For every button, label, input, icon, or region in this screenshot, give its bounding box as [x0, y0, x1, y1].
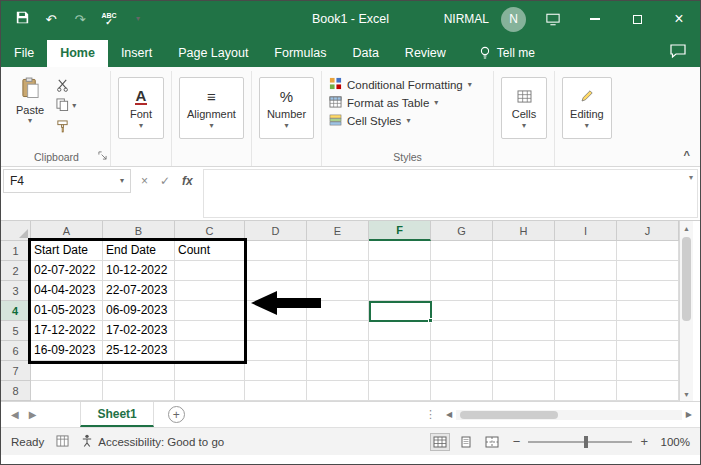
close-button[interactable]: ×	[664, 4, 694, 34]
sheet-tab-sheet1[interactable]: Sheet1	[80, 402, 153, 427]
cell[interactable]	[175, 381, 245, 401]
zoom-in-icon[interactable]: +	[640, 434, 648, 449]
cell[interactable]	[431, 261, 493, 281]
cell[interactable]	[493, 261, 555, 281]
cell[interactable]	[103, 381, 175, 401]
cell[interactable]	[555, 341, 617, 361]
cell-b5[interactable]: 17-02-2023	[103, 321, 175, 341]
cell[interactable]	[31, 381, 103, 401]
cell[interactable]	[431, 361, 493, 381]
page-break-view-icon[interactable]	[483, 434, 501, 450]
cell[interactable]	[307, 321, 369, 341]
cell-a1[interactable]: Start Date	[31, 241, 103, 261]
column-header-e[interactable]: E	[307, 221, 369, 241]
cell[interactable]	[369, 381, 431, 401]
cancel-icon[interactable]: ×	[141, 174, 148, 188]
cell[interactable]	[555, 361, 617, 381]
conditional-formatting-button[interactable]: Conditional Formatting ▾	[329, 77, 472, 92]
row-header-2[interactable]: 2	[1, 261, 31, 281]
name-box-dropdown-icon[interactable]: ▾	[120, 178, 124, 184]
row-header-7[interactable]: 7	[1, 361, 31, 381]
cell[interactable]	[493, 301, 555, 321]
column-header-c[interactable]: C	[175, 221, 245, 241]
minimize-button[interactable]	[580, 4, 610, 34]
cell-a2[interactable]: 02-07-2022	[31, 261, 103, 281]
column-header-b[interactable]: B	[103, 221, 175, 241]
normal-view-icon[interactable]	[431, 434, 449, 450]
cell[interactable]	[493, 381, 555, 401]
cell[interactable]	[617, 281, 679, 301]
formula-bar-expand-icon[interactable]: ▾	[689, 175, 693, 181]
cell-c3[interactable]	[175, 281, 245, 301]
ribbon-display-options-icon[interactable]	[538, 4, 568, 34]
column-header-a[interactable]: A	[31, 221, 103, 241]
clipboard-dialog-launcher-icon[interactable]	[98, 149, 107, 163]
horizontal-scroll-track[interactable]	[456, 410, 682, 420]
cell[interactable]	[431, 381, 493, 401]
zoom-slider[interactable]	[528, 441, 632, 443]
feedback-comment-icon[interactable]	[670, 44, 686, 67]
format-painter-icon[interactable]	[56, 120, 76, 133]
cell[interactable]	[369, 361, 431, 381]
cell[interactable]	[369, 321, 431, 341]
insert-function-icon[interactable]: fx	[182, 174, 193, 188]
cell[interactable]	[431, 321, 493, 341]
cell-b2[interactable]: 10-12-2022	[103, 261, 175, 281]
cell[interactable]	[245, 381, 307, 401]
vertical-scroll-thumb[interactable]	[682, 237, 691, 321]
cell[interactable]	[555, 381, 617, 401]
cell-styles-button[interactable]: Cell Styles ▾	[329, 114, 472, 128]
qat-customize-icon[interactable]: ▾	[129, 16, 147, 22]
column-header-f[interactable]: F	[369, 221, 431, 241]
cell[interactable]	[103, 361, 175, 381]
cell[interactable]	[617, 381, 679, 401]
cell[interactable]	[617, 301, 679, 321]
scroll-down-icon[interactable]: ▼	[683, 387, 690, 401]
sheet-nav-prev-icon[interactable]: ◀	[11, 409, 19, 420]
cell[interactable]	[555, 321, 617, 341]
vertical-scrollbar[interactable]: ▲ ▼	[679, 221, 693, 401]
cell[interactable]	[555, 241, 617, 261]
save-icon[interactable]	[13, 11, 31, 27]
cell[interactable]	[369, 261, 431, 281]
cell[interactable]	[307, 381, 369, 401]
formula-input[interactable]	[204, 170, 697, 192]
cell[interactable]	[431, 281, 493, 301]
splitter-dots-icon[interactable]: ⋮	[419, 408, 442, 421]
avatar[interactable]: N	[501, 7, 526, 32]
sheet-nav-next-icon[interactable]: ▶	[29, 409, 37, 420]
column-header-h[interactable]: H	[493, 221, 555, 241]
cell[interactable]	[493, 321, 555, 341]
row-header-3[interactable]: 3	[1, 281, 31, 301]
accessibility-status[interactable]: Accessibility: Good to go	[81, 434, 224, 449]
cell[interactable]	[369, 341, 431, 361]
paste-button[interactable]: Paste ▾	[10, 73, 50, 128]
tab-data[interactable]: Data	[339, 40, 391, 67]
spelling-icon[interactable]: ABC ✓	[100, 13, 118, 25]
font-button[interactable]: A Font ▾	[118, 77, 164, 139]
cell[interactable]	[431, 301, 493, 321]
redo-icon[interactable]: ↷	[71, 12, 89, 27]
new-sheet-button[interactable]: +	[168, 406, 185, 423]
cell[interactable]	[555, 301, 617, 321]
row-header-1[interactable]: 1	[1, 241, 31, 261]
cell[interactable]	[493, 341, 555, 361]
copy-dropdown-icon[interactable]: ▾	[72, 103, 76, 109]
tab-insert[interactable]: Insert	[108, 40, 165, 67]
enter-icon[interactable]: ✓	[160, 174, 170, 188]
cell-c6[interactable]	[175, 341, 245, 361]
cell[interactable]	[245, 301, 307, 321]
cell[interactable]	[307, 281, 369, 301]
horizontal-scroll-thumb[interactable]	[460, 411, 558, 419]
cell[interactable]	[617, 321, 679, 341]
user-name[interactable]: NIRMAL	[444, 12, 489, 26]
cell[interactable]	[245, 321, 307, 341]
cut-icon[interactable]	[56, 79, 76, 92]
row-header-8[interactable]: 8	[1, 381, 31, 401]
cell[interactable]	[555, 281, 617, 301]
scroll-left-icon[interactable]: ◀	[442, 410, 456, 419]
tab-page-layout[interactable]: Page Layout	[165, 40, 261, 67]
column-header-j[interactable]: J	[617, 221, 679, 241]
cell[interactable]	[245, 261, 307, 281]
cell[interactable]	[245, 241, 307, 261]
